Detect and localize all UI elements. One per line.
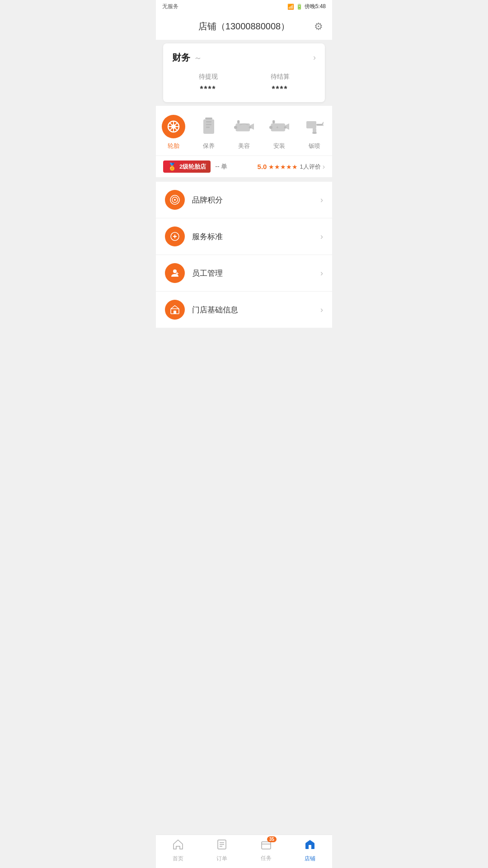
service-item-install[interactable]: ✦ 安装 [267,115,291,150]
separator [156,177,332,182]
service-item-paint[interactable]: 钣喷 [303,115,326,150]
beauty-icon [232,115,256,138]
svg-rect-23 [316,124,323,126]
finance-detail-arrow[interactable]: › [313,53,316,62]
employee-management-label: 员工管理 [192,268,320,278]
svg-point-25 [312,132,317,134]
pending-withdrawal-label: 待提现 [199,73,218,81]
svg-point-19 [269,126,272,129]
install-icon: ✦ [267,115,291,138]
store-info-arrow: › [320,305,323,315]
status-bar: 无服务 📶 🔋 傍晚5:48 [156,0,332,13]
service-standards-label: 服务标准 [192,231,320,242]
finance-title-row: 财务 ～ [172,52,202,64]
wifi-icon: 🔋 [296,4,303,10]
badge-text: 2级轮胎店 [179,163,206,171]
service-standards-arrow: › [320,232,323,241]
pending-settlement: 待结算 **** [271,73,290,94]
menu-section: 品牌积分 › 服务标准 › [156,182,332,328]
brand-points-label: 品牌积分 [192,195,320,205]
pending-settlement-value: **** [271,85,290,94]
service-item-tire[interactable]: 轮胎 [162,115,185,150]
rating-arrow: › [323,163,325,171]
eye-icon[interactable]: ～ [194,52,202,63]
beauty-label: 美容 [238,142,250,150]
store-badge: 🏅 2级轮胎店 [163,160,211,173]
employee-management-arrow: › [320,269,323,278]
svg-point-31 [174,199,176,201]
finance-header: 财务 ～ › [172,52,316,64]
svg-point-20 [284,126,286,128]
maintenance-icon [197,115,221,138]
store-info-bar: 🏅 2级轮胎店 -- 单 5.0 ★★★★★ 1人评价 › [156,156,332,177]
brand-points-icon [165,190,185,210]
pending-withdrawal: 待提现 **** [199,73,218,94]
svg-rect-39 [174,311,176,314]
store-orders: -- 单 [215,163,253,171]
status-right: 📶 🔋 傍晚5:48 [287,3,326,10]
svg-point-14 [234,126,237,129]
maintenance-label: 保养 [203,142,215,150]
menu-item-employee-management[interactable]: 员工管理 › [156,255,332,292]
tire-icon-bg [162,115,185,138]
svg-point-15 [249,126,251,128]
store-info-icon [165,300,185,320]
employee-management-icon [165,263,185,283]
status-carrier: 无服务 [162,3,178,10]
tire-label: 轮胎 [168,142,179,150]
rating-count: 1人评价 [300,163,320,171]
paint-icon [303,115,326,138]
services-row: 轮胎 保养 [156,106,332,156]
page-header: 店铺（13000880008） ⚙ [156,13,332,40]
status-time: 傍晚5:48 [305,3,326,10]
pending-withdrawal-value: **** [199,85,218,94]
badge-medal-icon: 🏅 [168,162,177,171]
svg-text:✦: ✦ [276,125,279,130]
svg-rect-13 [237,120,239,123]
menu-item-store-info[interactable]: 门店基础信息 › [156,292,332,328]
rating-stars: ★★★★★ [268,163,298,170]
pending-settlement-label: 待结算 [271,73,290,81]
svg-point-35 [173,269,177,273]
paint-label: 钣喷 [309,142,320,150]
service-item-maintenance[interactable]: 保养 [197,115,221,150]
svg-rect-22 [306,121,316,128]
menu-item-service-standards[interactable]: 服务标准 › [156,218,332,255]
store-rating[interactable]: 5.0 ★★★★★ 1人评价 › [258,163,325,171]
service-item-beauty[interactable]: 美容 [232,115,256,150]
install-label: 安装 [273,142,285,150]
svg-rect-10 [206,127,210,128]
page-title: 店铺（13000880008） [198,20,290,33]
service-standards-icon [165,226,185,246]
svg-rect-18 [272,120,275,123]
brand-points-arrow: › [320,195,323,205]
rating-score: 5.0 [258,163,267,170]
store-info-label: 门店基础信息 [192,305,320,315]
finance-card: 财务 ～ › 待提现 **** 待结算 **** [163,43,325,102]
svg-rect-8 [206,121,211,123]
svg-rect-9 [206,124,211,125]
bluetooth-icon: 📶 [287,4,294,10]
settings-icon[interactable]: ⚙ [314,21,323,33]
svg-rect-6 [205,118,212,119]
finance-amounts: 待提现 **** 待结算 **** [172,73,316,94]
menu-item-brand-points[interactable]: 品牌积分 › [156,182,332,218]
finance-title: 财务 [172,52,190,64]
